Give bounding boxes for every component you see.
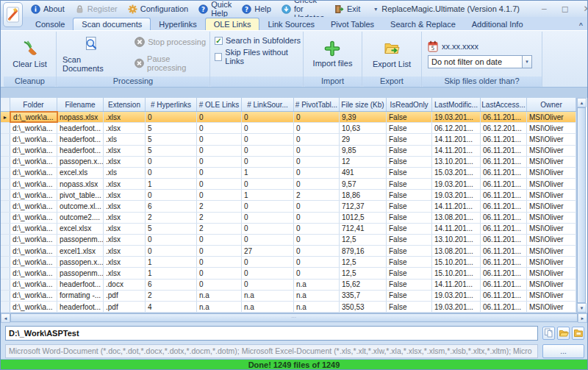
row-selector[interactable] [1, 201, 10, 211]
grid-cell[interactable]: 0 [146, 112, 197, 122]
grid-cell[interactable]: 0 [197, 190, 242, 200]
grid-cell[interactable]: False [387, 268, 432, 278]
grid-cell[interactable]: .xls [104, 168, 146, 178]
grid-cell[interactable]: 335,7 [340, 291, 387, 301]
grid-cell[interactable]: 06.11.201... [481, 302, 527, 312]
clear-list-button[interactable]: Clear List [7, 37, 52, 71]
minimize-icon[interactable]: – [542, 4, 547, 13]
grid-cell[interactable]: 15.03.201... [432, 168, 481, 178]
grid-cell[interactable]: 19.03.201... [432, 291, 481, 301]
grid-cell[interactable]: 10,63 [340, 123, 387, 133]
grid-cell[interactable]: 0 [242, 123, 294, 133]
grid-cell[interactable]: d:\_work\a... [10, 224, 57, 234]
grid-cell[interactable]: 2 [197, 213, 242, 223]
table-row[interactable]: d:\_work\a...headerfoot....xlsx500010,63… [1, 123, 576, 134]
grid-cell[interactable]: .xlsx [104, 235, 146, 245]
grid-cell[interactable]: False [387, 246, 432, 256]
grid-cell[interactable]: formating -... [57, 291, 104, 301]
row-selector[interactable] [1, 257, 10, 267]
tab-ole-links[interactable]: OLE Links [205, 18, 260, 30]
scroll-up-icon[interactable]: ▲ [577, 98, 587, 107]
grid-cell[interactable]: .xlsx [104, 112, 146, 122]
grid-cell[interactable]: False [387, 201, 432, 211]
export-list-button[interactable]: Export List [367, 37, 417, 71]
grid-cell[interactable]: 0 [242, 134, 294, 144]
row-selector[interactable] [1, 123, 10, 133]
row-selector[interactable] [1, 168, 10, 178]
grid-cell[interactable]: outcome.xl... [57, 201, 104, 211]
grid-cell[interactable]: outcome2.... [57, 213, 104, 223]
grid-cell[interactable]: headerfoot... [57, 280, 104, 290]
table-row[interactable]: d:\_work\a...formating -....pdf2n.an.an.… [1, 291, 576, 302]
grid-cell[interactable]: 0 [242, 235, 294, 245]
grid-cell[interactable]: 1 [242, 168, 294, 178]
menu-item-about[interactable]: About [26, 3, 70, 15]
grid-cell[interactable]: 2 [197, 224, 242, 234]
table-row[interactable]: d:\_work\a...excel.xls.xls0010491False15… [1, 168, 576, 179]
grid-cell[interactable]: False [387, 157, 432, 167]
table-row[interactable]: d:\_work\a...headerfoot....xlsx50009,85F… [1, 146, 576, 157]
grid-cell[interactable]: 06.11.201... [481, 179, 527, 189]
table-row[interactable]: d:\_work\a...headerfoot....xls500029Fals… [1, 134, 576, 145]
grid-cell[interactable]: MSI\Oliver [527, 280, 576, 290]
grid-cell[interactable]: 0 [146, 246, 197, 256]
grid-cell[interactable]: MSI\Oliver [527, 157, 576, 167]
grid-cell[interactable]: 0 [197, 112, 242, 122]
scroll-down-icon[interactable]: ▼ [577, 303, 587, 313]
scroll-left-icon[interactable]: ◄ [1, 313, 10, 323]
grid-cell[interactable]: d:\_work\a... [10, 257, 57, 267]
grid-cell[interactable]: 2 [197, 201, 242, 211]
grid-cell[interactable]: headerfoot... [57, 146, 104, 156]
grid-cell[interactable]: 0 [294, 168, 340, 178]
grid-cell[interactable]: 4 [146, 302, 197, 312]
grid-cell[interactable]: 0 [242, 146, 294, 156]
grid-cell[interactable]: .xlsx [104, 201, 146, 211]
grid-cell[interactable]: 0 [294, 157, 340, 167]
grid-cell[interactable]: 06.11.201... [481, 146, 527, 156]
tab-pivot-tables[interactable]: Pivot Tables [323, 18, 382, 30]
grid-cell[interactable]: 0 [294, 257, 340, 267]
grid-cell[interactable]: .pdf [104, 291, 146, 301]
grid-cell[interactable]: 0 [146, 157, 197, 167]
grid-cell[interactable]: 0 [197, 246, 242, 256]
grid-cell[interactable]: 12,5 [340, 268, 387, 278]
grid-cell[interactable]: 0 [242, 268, 294, 278]
import-files-button[interactable]: Import files [307, 38, 359, 71]
grid-cell[interactable]: passopenm... [57, 235, 104, 245]
column-header[interactable]: Extension [104, 98, 146, 111]
grid-cell[interactable]: n.a [197, 291, 242, 301]
grid-cell[interactable]: 0 [242, 179, 294, 189]
grid-cell[interactable]: 0 [294, 112, 340, 122]
grid-cell[interactable]: 14.11.201... [432, 146, 481, 156]
search-in-subfolders-checkbox[interactable]: ✓ Search in Subfolders [215, 36, 303, 45]
vertical-scroll-thumb[interactable] [577, 107, 586, 303]
column-header[interactable]: File size (Kb) [340, 98, 387, 111]
chevron-down-icon[interactable]: ▼ [522, 56, 531, 68]
grid-cell[interactable]: False [387, 291, 432, 301]
grid-cell[interactable]: 0 [294, 201, 340, 211]
grid-cell[interactable]: 0 [197, 280, 242, 290]
grid-cell[interactable]: 13.10.201... [432, 235, 481, 245]
grid-cell[interactable]: headerfoot... [57, 134, 104, 144]
row-selector[interactable]: ► [1, 112, 10, 122]
grid-cell[interactable]: 0 [242, 201, 294, 211]
grid-cell[interactable]: 712,37 [340, 201, 387, 211]
date-filter-select[interactable]: Do not filter on date ▼ [428, 55, 532, 68]
grid-cell[interactable]: MSI\Oliver [527, 146, 576, 156]
grid-cell[interactable]: 0 [146, 190, 197, 200]
grid-cell[interactable]: 0 [294, 224, 340, 234]
grid-cell[interactable]: 0 [146, 168, 197, 178]
grid-cell[interactable]: d:\_work\a... [10, 157, 57, 167]
grid-cell[interactable]: d:\_work\a... [10, 291, 57, 301]
grid-cell[interactable]: pivot_table... [57, 190, 104, 200]
table-row[interactable]: d:\_work\a...passopenm....xlsx000012,5Fa… [1, 235, 576, 246]
toolbar-overflow-icon[interactable]: ▾ [371, 6, 380, 13]
grid-cell[interactable]: MSI\Oliver [527, 235, 576, 245]
grid-cell[interactable]: 06.12.201... [481, 123, 527, 133]
table-row[interactable]: d:\_work\a...passopenm....xlsx100012,5Fa… [1, 268, 576, 279]
grid-cell[interactable]: headerfoot... [57, 123, 104, 133]
grid-cell[interactable]: 0 [197, 123, 242, 133]
row-selector[interactable] [1, 179, 10, 189]
grid-cell[interactable]: d:\_work\a... [10, 190, 57, 200]
grid-cell[interactable]: MSI\Oliver [527, 134, 576, 144]
